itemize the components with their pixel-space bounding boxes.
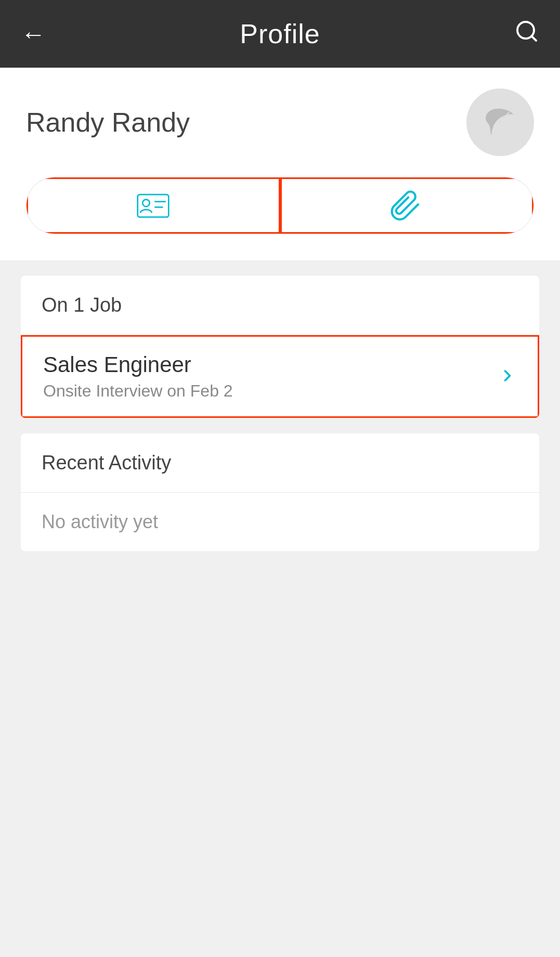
activity-card: Recent Activity No activity yet [21,433,539,551]
job-row[interactable]: Sales Engineer Onsite Interview on Feb 2 [21,335,539,418]
job-title: Sales Engineer [43,352,233,377]
job-info: Sales Engineer Onsite Interview on Feb 2 [43,352,233,401]
tab-toggle [26,177,534,234]
job-subtitle: Onsite Interview on Feb 2 [43,381,233,401]
content-area: On 1 Job Sales Engineer Onsite Interview… [0,260,560,582]
jobs-card-header: On 1 Job [21,276,539,335]
svg-line-1 [531,36,536,41]
avatar [466,88,534,156]
svg-point-4 [142,199,150,207]
page-title: Profile [240,18,320,49]
profile-top-section: Randy Randy [0,68,560,260]
activity-empty-message: No activity yet [21,493,539,551]
activity-card-header: Recent Activity [21,433,539,493]
back-button[interactable]: ← [21,20,46,48]
svg-rect-3 [138,194,169,216]
app-header: ← Profile [0,0,560,68]
tab-id-card[interactable] [27,177,280,234]
chevron-right-icon [498,362,517,391]
jobs-card: On 1 Job Sales Engineer Onsite Interview… [21,276,539,418]
tab-attachment[interactable] [280,177,533,234]
user-name: Randy Randy [26,107,190,138]
search-button[interactable] [514,19,539,49]
name-avatar-row: Randy Randy [26,88,534,156]
leaf-icon [482,103,518,142]
